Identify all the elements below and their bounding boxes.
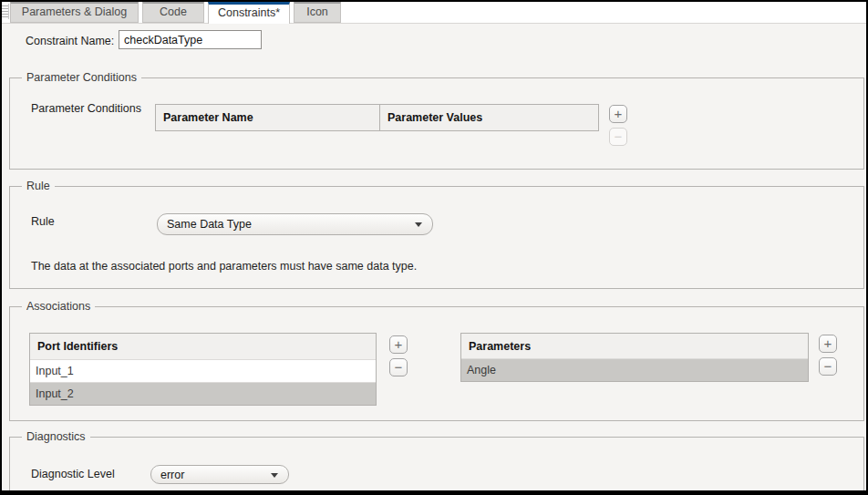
rule-legend: Rule bbox=[22, 180, 55, 192]
parameter-conditions-table: Parameter Name Parameter Values bbox=[155, 104, 599, 131]
tab-parameters-dialog[interactable]: Parameters & Dialog bbox=[10, 2, 139, 23]
mask-editor-window: Parameters & Dialog Code Constraints* Ic… bbox=[0, 0, 868, 495]
add-condition-button[interactable]: + bbox=[609, 105, 627, 123]
table-row[interactable]: Input_2 bbox=[30, 382, 376, 405]
drag-handle-icon[interactable] bbox=[2, 4, 9, 19]
tab-icon[interactable]: Icon bbox=[294, 2, 341, 23]
rule-dropdown-value: Same Data Type bbox=[167, 218, 252, 231]
column-header-port-identifiers: Port Identifiers bbox=[30, 334, 376, 359]
rule-fieldset: Rule Rule Same Data Type The data at the… bbox=[9, 186, 864, 289]
table-row[interactable]: Input_1 bbox=[30, 359, 376, 382]
chevron-down-icon bbox=[271, 473, 278, 478]
column-header-parameter-name: Parameter Name bbox=[156, 105, 379, 130]
parameters-table: Parameters Angle bbox=[460, 333, 809, 382]
tab-bar: Parameters & Dialog Code Constraints* Ic… bbox=[2, 2, 866, 24]
port-identifiers-table: Port Identifiers Input_1 Input_2 bbox=[29, 333, 377, 406]
column-header-parameter-values: Parameter Values bbox=[379, 105, 598, 130]
rule-dropdown[interactable]: Same Data Type bbox=[157, 213, 433, 235]
associations-fieldset: Associations Port Identifiers Input_1 In… bbox=[9, 306, 864, 421]
constraint-name-label: Constraint Name: bbox=[26, 35, 114, 47]
chevron-down-icon bbox=[415, 222, 422, 227]
parameter-conditions-label: Parameter Conditions bbox=[31, 102, 141, 115]
parameter-conditions-fieldset: Parameter Conditions Parameter Condition… bbox=[9, 77, 864, 170]
column-header-parameters: Parameters bbox=[461, 334, 808, 358]
remove-condition-button[interactable]: − bbox=[609, 128, 627, 146]
remove-port-button[interactable]: − bbox=[389, 358, 408, 376]
diagnostic-level-label: Diagnostic Level bbox=[31, 468, 115, 480]
rule-description: The data at the associated ports and par… bbox=[31, 260, 417, 273]
remove-parameter-button[interactable]: − bbox=[819, 357, 837, 376]
constraints-pane: Constraint Name: Parameter Conditions Pa… bbox=[2, 24, 866, 490]
diagnostic-level-value: error bbox=[160, 469, 184, 481]
diagnostic-level-dropdown[interactable]: error bbox=[150, 465, 289, 484]
table-row[interactable]: Angle bbox=[461, 358, 808, 381]
diagnostics-fieldset: Diagnostics Diagnostic Level error bbox=[9, 437, 864, 495]
constraint-name-input[interactable] bbox=[119, 30, 262, 49]
add-port-button[interactable]: + bbox=[389, 335, 408, 354]
rule-label: Rule bbox=[31, 215, 55, 228]
tab-constraints[interactable]: Constraints* bbox=[208, 2, 290, 24]
tab-code[interactable]: Code bbox=[142, 2, 204, 23]
parameter-conditions-legend: Parameter Conditions bbox=[22, 71, 141, 84]
associations-legend: Associations bbox=[22, 300, 95, 313]
add-parameter-button[interactable]: + bbox=[819, 335, 837, 353]
table-header-row: Parameter Name Parameter Values bbox=[156, 105, 598, 130]
table-header-row: Parameters bbox=[461, 334, 808, 358]
diagnostics-legend: Diagnostics bbox=[22, 430, 90, 443]
table-header-row: Port Identifiers bbox=[30, 334, 376, 359]
